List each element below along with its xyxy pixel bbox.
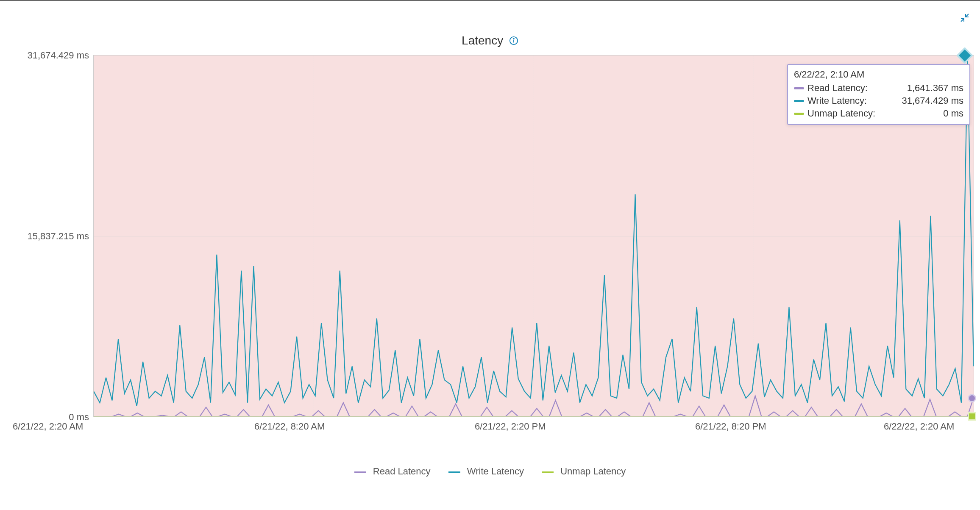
legend-label: Unmap Latency (560, 466, 626, 477)
x-tick-label: 6/21/22, 8:20 PM (695, 421, 766, 432)
latency-chart-panel: Latency 31,674.429 ms 15,837.215 ms 0 ms… (0, 0, 980, 510)
info-icon[interactable] (509, 35, 518, 48)
legend-swatch (542, 471, 554, 473)
legend-item-write[interactable]: Write Latency (448, 466, 524, 477)
legend-label: Write Latency (467, 466, 524, 477)
tooltip-value: 1,641.367 ms (907, 83, 963, 94)
tooltip-timestamp: 6/22/22, 2:10 AM (794, 69, 963, 80)
marker-read (968, 394, 976, 402)
tooltip-swatch-unmap (794, 113, 804, 115)
legend-item-read[interactable]: Read Latency (354, 466, 431, 477)
legend-label: Read Latency (373, 466, 431, 477)
x-tick-label: 6/22/22, 2:20 AM (884, 421, 954, 432)
x-tick-label: 6/21/22, 2:20 AM (13, 421, 83, 432)
marker-unmap (968, 412, 976, 421)
chart-title: Latency (462, 34, 503, 47)
tooltip-row-unmap: Unmap Latency: 0 ms (794, 107, 963, 120)
x-tick-label: 6/21/22, 2:20 PM (475, 421, 546, 432)
chart-area: 31,674.429 ms 15,837.215 ms 0 ms 6/22/22… (8, 55, 974, 417)
tooltip-row-write: Write Latency: 31,674.429 ms (794, 94, 963, 107)
chart-title-row: Latency (0, 34, 980, 48)
tooltip-row-read: Read Latency: 1,641.367 ms (794, 82, 963, 94)
chart-plot-area[interactable]: 6/22/22, 2:10 AM Read Latency: 1,641.367… (93, 55, 974, 417)
tooltip-value: 31,674.429 ms (902, 95, 963, 106)
tooltip-swatch-write (794, 100, 804, 102)
tooltip-value: 0 ms (943, 108, 963, 119)
x-tick-label: 6/21/22, 8:20 AM (254, 421, 325, 432)
tooltip-label: Unmap Latency: (807, 108, 875, 119)
tooltip-label: Write Latency: (807, 95, 867, 106)
y-tick-label: 15,837.215 ms (4, 231, 89, 242)
chart-tooltip: 6/22/22, 2:10 AM Read Latency: 1,641.367… (787, 64, 970, 125)
chart-legend: Read Latency Write Latency Unmap Latency (0, 466, 980, 477)
legend-swatch (354, 471, 366, 473)
tooltip-swatch-read (794, 87, 804, 89)
y-tick-label: 31,674.429 ms (4, 50, 89, 61)
legend-item-unmap[interactable]: Unmap Latency (542, 466, 626, 477)
panel-top-border (0, 0, 980, 3)
svg-point-2 (513, 38, 514, 39)
tooltip-label: Read Latency: (807, 83, 868, 94)
legend-swatch (448, 471, 460, 473)
collapse-panel-icon[interactable] (960, 13, 970, 23)
